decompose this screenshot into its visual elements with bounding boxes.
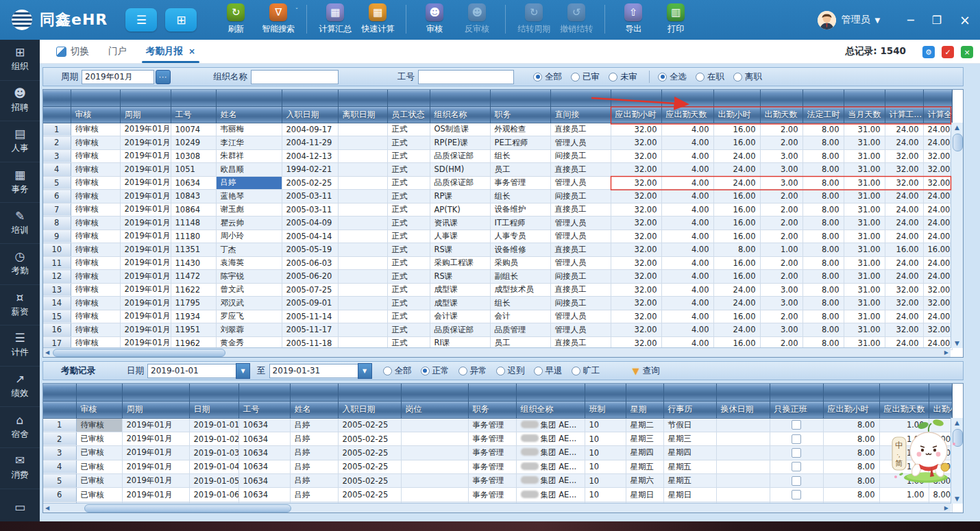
status-radio-all[interactable]: 全部 [383, 365, 412, 377]
cell[interactable]: 1.00 [879, 432, 929, 445]
column-header[interactable]: 组织名称 [430, 106, 490, 123]
cell[interactable]: 2019年01月 [120, 243, 171, 257]
cell[interactable] [338, 136, 387, 150]
sidebar-item-spend[interactable]: ✉消费 [0, 448, 40, 489]
cell[interactable]: 32.00 [885, 176, 923, 190]
cell[interactable]: 32.00 [923, 149, 952, 163]
cell[interactable]: 蓝艳琴 [216, 190, 282, 203]
column-header[interactable]: 员工状态 [387, 106, 430, 123]
cell[interactable]: 2019年01月 [120, 230, 171, 243]
cell[interactable] [401, 432, 468, 445]
cell[interactable]: 31.00 [844, 203, 885, 217]
cell[interactable]: 直接员工 [550, 203, 611, 217]
cell[interactable]: 10 [585, 488, 626, 502]
cell[interactable]: 2019年01月 [122, 446, 189, 460]
cell[interactable]: 8.00 [803, 136, 844, 150]
cell[interactable]: 待审核 [71, 190, 120, 203]
date-to-input[interactable] [269, 364, 358, 378]
maximize-button[interactable]: ❐ [932, 14, 942, 27]
cell[interactable]: 1.00 [879, 488, 929, 502]
cell[interactable]: 成型技术员 [490, 283, 550, 297]
cell[interactable]: 星期四 [626, 446, 663, 460]
cell[interactable]: 4.00 [661, 283, 713, 297]
cell[interactable]: 4.00 [661, 203, 713, 217]
cell[interactable]: 2005-09-01 [282, 297, 338, 310]
cell[interactable] [401, 460, 468, 473]
cell[interactable] [401, 446, 468, 460]
cell[interactable]: 24.00 [885, 217, 923, 230]
cell[interactable]: 星期日 [663, 488, 716, 502]
cell[interactable]: 32.00 [885, 149, 923, 163]
column-header[interactable]: 出勤天数 [760, 106, 803, 123]
cell[interactable]: 星期五 [663, 474, 716, 488]
column-header[interactable]: 入职日期 [282, 106, 338, 123]
column-header[interactable]: 职务 [468, 401, 516, 418]
red-badge-icon[interactable]: ✓ [942, 46, 954, 58]
cell[interactable]: 事务管理 [468, 418, 516, 432]
row-number-cell[interactable]: 2 [43, 136, 71, 150]
cell[interactable]: 24.00 [885, 270, 923, 284]
cell[interactable]: 31.00 [844, 283, 885, 297]
cell[interactable]: 16.00 [713, 190, 760, 203]
cell[interactable]: 间接员工 [550, 190, 611, 203]
cell[interactable]: 副组长 [490, 270, 550, 284]
cell[interactable]: 事务管理 [490, 176, 550, 190]
cell[interactable]: 谢玉彪 [216, 203, 282, 217]
cell[interactable]: 2005-07-25 [282, 283, 338, 297]
cell[interactable]: 10634 [238, 446, 290, 460]
column-header[interactable]: 应出勤天数 [879, 401, 929, 418]
row-number-cell[interactable]: 8 [43, 217, 71, 230]
cell[interactable]: 4.00 [661, 297, 713, 310]
column-header[interactable]: 出勤小时 [713, 106, 760, 123]
cell[interactable]: 2019年01月 [120, 190, 171, 203]
cell[interactable]: 星期五 [626, 460, 663, 473]
cell[interactable]: 2.00 [760, 230, 803, 243]
audit-button[interactable]: ☻审核 [413, 3, 456, 35]
cell[interactable]: 32.00 [611, 310, 661, 323]
audit-radio-unaudited[interactable]: 未审 [609, 71, 637, 83]
cell[interactable]: 吕婷 [290, 460, 338, 473]
cell[interactable]: 8.00 [803, 149, 844, 163]
cell[interactable]: 2019年01月 [120, 136, 171, 150]
cell[interactable]: 2019年01月 [122, 432, 189, 445]
cell[interactable]: RS课 [430, 270, 490, 284]
cell[interactable]: 袁海英 [216, 256, 282, 270]
cell[interactable]: 星期五 [663, 460, 716, 473]
cell[interactable]: 32.00 [611, 230, 661, 243]
cell[interactable]: 32.00 [885, 283, 923, 297]
cell[interactable]: 品质保证部 [430, 149, 490, 163]
cell[interactable]: 待审核 [71, 149, 120, 163]
cell[interactable]: 24.00 [923, 310, 952, 323]
cell[interactable] [770, 460, 823, 473]
cell[interactable]: 待审核 [71, 256, 120, 270]
cell[interactable]: 1.00 [879, 460, 929, 473]
cell[interactable]: 32.00 [611, 123, 661, 136]
cell[interactable]: SD(HM) [430, 163, 490, 177]
cell[interactable]: 2019-01-04 [189, 460, 238, 473]
cell[interactable]: 32.00 [923, 297, 952, 310]
row-number-cell[interactable]: 1 [43, 418, 76, 432]
cell[interactable]: 1.00 [879, 474, 929, 488]
cell[interactable]: 10 [585, 474, 626, 488]
cell[interactable]: 管理人员 [550, 256, 611, 270]
cell[interactable]: 2019年01月 [120, 123, 171, 136]
cell[interactable]: 8.00 [823, 460, 879, 473]
cell[interactable]: 2005-03-11 [282, 203, 338, 217]
row-number-cell[interactable]: 10 [43, 243, 71, 257]
cell[interactable]: 人事专员 [490, 230, 550, 243]
cell[interactable]: 待审核 [71, 283, 120, 297]
row-number-cell[interactable]: 4 [43, 163, 71, 177]
cell[interactable]: 4.00 [661, 230, 713, 243]
cell[interactable]: 24.00 [713, 323, 760, 337]
cell[interactable]: 2019年01月 [122, 460, 189, 473]
cell[interactable]: 11795 [171, 297, 216, 310]
cell[interactable]: 11951 [171, 323, 216, 337]
cell[interactable]: 2019年01月 [120, 310, 171, 323]
cell[interactable]: 正式 [387, 163, 430, 177]
cell[interactable]: 2019年01月 [120, 217, 171, 230]
cell[interactable] [929, 418, 952, 432]
cell[interactable]: 16.00 [885, 243, 923, 257]
sidebar-item-salary[interactable]: ¤薪资 [0, 285, 40, 326]
cell[interactable]: 正式 [387, 149, 430, 163]
column-header[interactable]: 岗位 [401, 401, 468, 418]
